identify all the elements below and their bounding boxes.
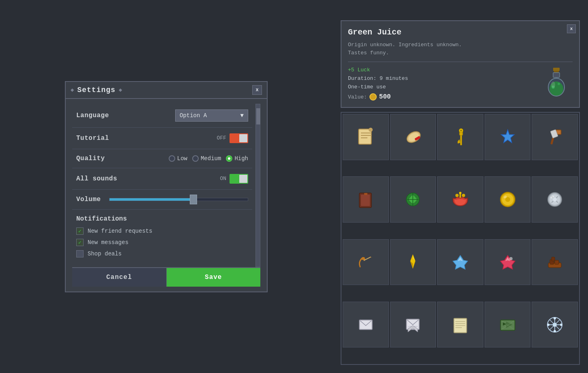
inventory-cell-11[interactable] — [390, 239, 436, 285]
settings-content-wrapper: Language Option A ▼ Tutorial OFF — [72, 104, 260, 267]
sounds-row: All sounds ON — [72, 168, 252, 190]
item-tooltip: x Green Juice Origin unknown. Ingredient… — [341, 20, 580, 108]
scrollbar-thumb — [256, 108, 260, 124]
inventory-cell-12[interactable] — [437, 239, 483, 285]
inventory-cell-14[interactable] — [532, 239, 578, 285]
notifications-title: Notifications — [76, 215, 248, 223]
volume-label: Volume — [76, 196, 101, 203]
item-stats: +5 Luck Duration: 9 minutes One-time use… — [348, 67, 540, 101]
inventory-cell-15[interactable] — [343, 302, 389, 348]
inventory-cell-16[interactable] — [390, 302, 436, 348]
quality-row: Quality Low Medium — [72, 149, 252, 168]
notification-friend-requests[interactable]: New friend requests — [76, 227, 248, 235]
quality-high[interactable]: High — [226, 155, 248, 162]
dialog-buttons: Cancel Save — [72, 267, 260, 287]
quality-medium-radio — [192, 155, 199, 162]
item-name: Green Juice — [348, 28, 573, 37]
sounds-state: ON — [220, 176, 226, 182]
left-panel: ◆ Settings ◆ x Language Option A ▼ — [0, 0, 333, 373]
inventory-cell-8[interactable] — [485, 176, 531, 223]
value-label: Value: — [348, 94, 367, 100]
inventory-cell-7[interactable] — [437, 176, 483, 223]
inventory-cell-5[interactable] — [343, 176, 389, 223]
svg-rect-54 — [555, 260, 559, 264]
inventory-cell-19[interactable] — [532, 302, 578, 348]
svg-point-44 — [553, 197, 557, 202]
messages-label: New messages — [88, 239, 129, 246]
friend-requests-label: New friend requests — [88, 228, 152, 234]
tooltip-close-button[interactable]: x — [567, 24, 576, 33]
inventory-cell-18[interactable] — [485, 302, 531, 348]
svg-marker-23 — [501, 130, 514, 143]
inventory-cell-1[interactable] — [390, 114, 436, 160]
svg-rect-29 — [361, 195, 370, 206]
svg-rect-2 — [553, 73, 560, 77]
language-value: Option A — [180, 112, 207, 119]
shop-deals-label: Shop deals — [88, 251, 122, 257]
cancel-button[interactable]: Cancel — [72, 268, 167, 287]
stat-luck: +5 Luck — [348, 67, 540, 73]
quality-low-radio — [169, 155, 175, 162]
potion-image — [540, 67, 573, 99]
tutorial-row: Tutorial OFF — [72, 128, 252, 149]
settings-content: Language Option A ▼ Tutorial OFF — [72, 104, 252, 267]
svg-point-35 — [462, 194, 465, 197]
value-row: Value: 500 — [348, 93, 540, 101]
tutorial-toggle-knob — [239, 134, 247, 142]
svg-point-78 — [554, 317, 556, 319]
volume-slider-container — [109, 195, 248, 204]
svg-point-80 — [547, 324, 549, 326]
dropdown-arrow-icon: ▼ — [240, 112, 244, 119]
potion-svg — [544, 67, 569, 99]
svg-point-51 — [509, 257, 513, 260]
tutorial-toggle-container: OFF — [217, 133, 248, 143]
svg-rect-55 — [552, 257, 555, 261]
item-details-row: +5 Luck Duration: 9 minutes One-time use… — [348, 67, 573, 101]
volume-slider-track[interactable] — [109, 198, 248, 201]
tutorial-state: OFF — [217, 135, 226, 141]
quality-high-radio — [226, 155, 232, 162]
quality-medium[interactable]: Medium — [192, 155, 221, 162]
volume-row: Volume — [72, 190, 252, 210]
inventory-cell-17[interactable] — [437, 302, 483, 348]
tutorial-toggle[interactable] — [230, 133, 248, 143]
quality-high-label: High — [234, 155, 248, 162]
quality-options: Low Medium High — [169, 155, 248, 162]
inventory-cell-9[interactable] — [532, 176, 578, 223]
settings-dialog: ◆ Settings ◆ x Language Option A ▼ — [65, 81, 268, 292]
svg-rect-0 — [553, 68, 560, 71]
language-dropdown[interactable]: Option A ▼ — [175, 109, 248, 122]
title-bracket-right: ◆ — [119, 86, 122, 93]
quality-low-label: Low — [177, 155, 187, 162]
svg-point-34 — [455, 194, 459, 197]
value-amount: 500 — [379, 93, 391, 101]
settings-titlebar: ◆ Settings ◆ x — [66, 82, 267, 99]
right-panel: x Green Juice Origin unknown. Ingredient… — [333, 0, 588, 373]
inventory-cell-4[interactable] — [532, 114, 578, 160]
inventory-cell-3[interactable] — [485, 114, 531, 160]
inventory-cell-2[interactable] — [437, 114, 483, 160]
svg-point-21 — [460, 129, 462, 131]
settings-scrollbar[interactable] — [255, 104, 260, 267]
notification-shop-deals[interactable]: Shop deals — [76, 250, 248, 257]
settings-body: Language Option A ▼ Tutorial OFF — [66, 99, 267, 292]
settings-close-button[interactable]: x — [252, 85, 262, 95]
language-row: Language Option A ▼ — [72, 104, 252, 128]
inventory-cell-13[interactable] — [485, 239, 531, 285]
quality-low[interactable]: Low — [169, 155, 187, 162]
save-button[interactable]: Save — [167, 268, 261, 287]
svg-rect-11 — [359, 130, 371, 144]
notification-messages[interactable]: New messages — [76, 239, 248, 246]
item-description: Origin unknown. Ingredients unknown.Tast… — [348, 41, 573, 62]
sounds-toggle[interactable] — [230, 174, 248, 184]
inventory-cell-10[interactable] — [343, 239, 389, 285]
volume-slider-handle[interactable] — [190, 195, 197, 204]
svg-point-79 — [554, 330, 556, 332]
inventory-cell-6[interactable] — [390, 176, 436, 223]
sounds-toggle-knob — [239, 175, 247, 183]
language-label: Language — [76, 112, 109, 119]
svg-rect-22 — [460, 135, 462, 145]
stat-duration: Duration: 9 minutes — [348, 75, 540, 81]
inventory-cell-0[interactable] — [343, 114, 389, 160]
coin-icon — [369, 93, 377, 101]
